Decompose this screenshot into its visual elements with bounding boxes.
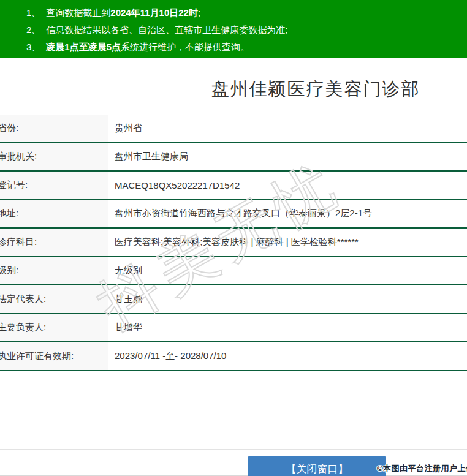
footer-divider bbox=[0, 449, 467, 450]
notice-number: 1、 bbox=[26, 4, 40, 21]
table-row-license-validity: 执业许可证有效期: 2023/07/11 -至- 2028/07/10 bbox=[0, 342, 467, 371]
row-label: 法定代表人: bbox=[0, 285, 108, 313]
row-label: 诊疗科目: bbox=[0, 229, 108, 256]
notice-text: 信息数据结果以各省、自治区、直辖市卫生健康委数据为准; bbox=[46, 25, 287, 35]
row-value: 2023/07/11 -至- 2028/07/10 bbox=[108, 342, 467, 370]
table-row-medical-subjects: 诊疗科目: 医疗美容科;美容外科;美容皮肤科 | 麻醉科 | 医学检验科****… bbox=[0, 229, 467, 257]
row-value: 甘玉鼎 bbox=[108, 285, 467, 313]
notice-text-bold: 凌晨1点至凌晨5点 bbox=[46, 42, 121, 52]
row-label: 执业许可证有效期: bbox=[0, 342, 108, 370]
notice-text-bold: 2024年11月10日22时 bbox=[110, 7, 198, 18]
row-label: 审批机关: bbox=[0, 143, 108, 171]
row-value: 盘州市亦资街道竹海西路与育才路交叉口（华泰丽景）2层2-1号 bbox=[108, 200, 467, 228]
row-value: 无级别 bbox=[108, 257, 467, 285]
table-row-registration-number: 登记号: MACEQ18QX52022217D1542 bbox=[0, 172, 467, 200]
row-value: MACEQ18QX52022217D1542 bbox=[108, 172, 467, 199]
notice-line-3: 3、凌晨1点至凌晨5点系统进行维护，不能提供查询。 bbox=[26, 39, 467, 56]
notice-text: ; bbox=[198, 7, 200, 18]
table-row-address: 地址: 盘州市亦资街道竹海西路与育才路交叉口（华泰丽景）2层2-1号 bbox=[0, 200, 467, 229]
table-row-legal-representative: 法定代表人: 甘玉鼎 bbox=[0, 285, 467, 314]
row-value: 贵州省 bbox=[108, 115, 467, 142]
notice-number: 3、 bbox=[26, 39, 40, 56]
page-container: 1、查询数据截止到2024年11月10日22时; 2、信息数据结果以各省、自治区… bbox=[0, 0, 467, 476]
row-label: 登记号: bbox=[0, 172, 108, 199]
row-label: 地址: bbox=[0, 200, 108, 228]
notice-text: 查询数据截止到 bbox=[46, 7, 110, 18]
table-row-level: 级别: 无级别 bbox=[0, 257, 467, 286]
table-row-approval-authority: 审批机关: 盘州市卫生健康局 bbox=[0, 143, 467, 172]
notice-line-2: 2、信息数据结果以各省、自治区、直辖市卫生健康委数据为准; bbox=[26, 21, 467, 39]
notice-text: 系统进行维护，不能提供查询。 bbox=[121, 42, 249, 52]
copyright-watermark: ©本图由平台注册用户上传 bbox=[377, 463, 467, 474]
notice-number: 2、 bbox=[26, 21, 40, 39]
row-value: 甘增华 bbox=[108, 314, 467, 342]
close-window-button[interactable]: 【关闭窗口】 bbox=[248, 456, 386, 476]
row-label: 省份: bbox=[0, 115, 108, 142]
notice-bar: 1、查询数据截止到2024年11月10日22时; 2、信息数据结果以各省、自治区… bbox=[0, 0, 467, 58]
info-table: 省份: 贵州省 审批机关: 盘州市卫生健康局 登记号: MACEQ18QX520… bbox=[0, 115, 467, 371]
table-row-province: 省份: 贵州省 bbox=[0, 115, 467, 143]
table-row-person-in-charge: 主要负责人: 甘增华 bbox=[0, 314, 467, 343]
row-value: 盘州市卫生健康局 bbox=[108, 143, 467, 171]
row-label: 主要负责人: bbox=[0, 314, 108, 342]
page-title: 盘州佳颖医疗美容门诊部 bbox=[0, 77, 467, 102]
notice-line-1: 1、查询数据截止到2024年11月10日22时; bbox=[26, 4, 467, 21]
row-value: 医疗美容科;美容外科;美容皮肤科 | 麻醉科 | 医学检验科****** bbox=[108, 229, 467, 256]
row-label: 级别: bbox=[0, 257, 108, 285]
